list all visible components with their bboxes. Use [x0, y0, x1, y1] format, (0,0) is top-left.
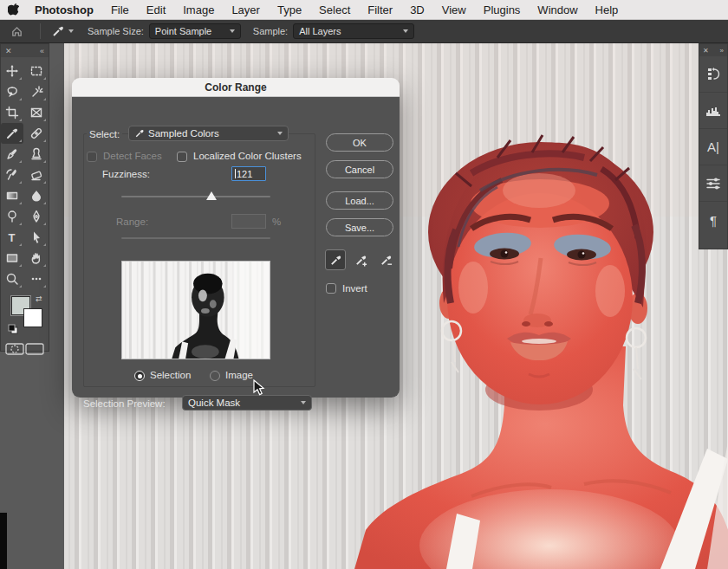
background-color-swatch[interactable]	[23, 308, 42, 327]
rectangle-tool[interactable]	[1, 248, 23, 268]
add-to-sample-eyedropper-button[interactable]	[350, 249, 371, 270]
localized-color-clusters-label: Localized Color Clusters	[193, 151, 302, 161]
save-button[interactable]: Save...	[326, 218, 393, 236]
dialog-title-bar[interactable]: Color Range	[72, 78, 400, 97]
menu-layer[interactable]: Layer	[223, 0, 269, 20]
color-swatches: ⇄	[1, 294, 49, 339]
quick-mask-mode-button[interactable]	[5, 343, 24, 359]
fuzziness-input[interactable]: 121	[231, 166, 266, 181]
menu-file[interactable]: File	[102, 0, 138, 20]
properties-panel-icon[interactable]	[699, 165, 727, 202]
subtract-from-sample-eyedropper-button[interactable]	[375, 249, 396, 270]
eraser-tool[interactable]	[25, 165, 48, 185]
hand-tool[interactable]	[25, 248, 48, 268]
chevron-down-icon	[403, 29, 408, 33]
character-panel-icon[interactable]: A|	[699, 129, 727, 165]
menu-plugins[interactable]: Plugins	[475, 0, 530, 20]
select-label: Select:	[87, 129, 122, 139]
fuzziness-label: Fuzziness:	[102, 169, 150, 179]
selection-preview-thumbnail[interactable]	[121, 261, 270, 359]
screen-mode-button[interactable]	[25, 343, 44, 359]
apple-menu-icon[interactable]	[0, 3, 26, 16]
range-label: Range:	[116, 217, 148, 227]
select-dropdown[interactable]: Sampled Colors	[128, 126, 289, 141]
menu-window[interactable]: Window	[529, 0, 586, 20]
sample-value: All Layers	[299, 26, 341, 36]
invert-checkbox[interactable]	[326, 283, 336, 294]
gradient-tool[interactable]	[1, 185, 23, 206]
sample-size-value: Point Sample	[155, 26, 211, 36]
menu-type[interactable]: Type	[269, 0, 310, 20]
selection-radio[interactable]	[134, 371, 145, 381]
cancel-button[interactable]: Cancel	[326, 160, 393, 178]
sample-dropdown[interactable]: All Layers	[293, 23, 414, 39]
image-radio[interactable]	[210, 371, 220, 381]
blur-tool[interactable]	[25, 185, 48, 206]
menu-edit[interactable]: Edit	[138, 0, 174, 20]
lasso-tool[interactable]	[1, 81, 23, 102]
sample-size-dropdown[interactable]: Point Sample	[149, 23, 241, 39]
chevron-down-icon	[68, 29, 74, 33]
window-edge	[0, 513, 7, 569]
close-icon[interactable]: ✕	[703, 47, 709, 55]
expand-icon[interactable]: »	[720, 47, 724, 55]
zoom-tool[interactable]	[1, 268, 23, 289]
selection-preview-dropdown[interactable]: Quick Mask	[182, 395, 312, 411]
pen-tool[interactable]	[25, 206, 48, 227]
dodge-tool[interactable]	[1, 206, 23, 227]
menu-view[interactable]: View	[433, 0, 475, 20]
frame-tool[interactable]	[25, 102, 48, 123]
tools-panel: ✕ « T ⇄	[0, 43, 49, 352]
marquee-tool[interactable]	[25, 61, 48, 81]
menu-3d[interactable]: 3D	[401, 0, 433, 20]
collapse-icon[interactable]: «	[40, 47, 44, 55]
mouse-cursor	[253, 379, 265, 397]
move-tool[interactable]	[1, 61, 23, 81]
sample-eyedropper-button[interactable]	[325, 249, 346, 270]
range-input	[231, 214, 266, 229]
color-range-dialog: Color Range Select: Sampled Colors Detec…	[72, 78, 400, 398]
collapsed-panels-dock: ✕ » A| ¶	[699, 43, 728, 249]
load-button[interactable]: Load...	[326, 191, 393, 210]
dialog-title: Color Range	[205, 81, 266, 94]
healing-brush-tool[interactable]	[25, 123, 48, 144]
fuzziness-slider-thumb[interactable]	[206, 191, 217, 200]
eyedropper-tool[interactable]	[1, 123, 23, 144]
image-radio-label: Image	[225, 370, 253, 380]
select-value: Sampled Colors	[148, 128, 219, 139]
brush-tool[interactable]	[1, 144, 23, 165]
range-slider-track	[121, 237, 270, 239]
crop-tool[interactable]	[1, 102, 23, 123]
history-panel-icon[interactable]	[699, 56, 727, 93]
clone-stamp-tool[interactable]	[25, 144, 48, 165]
default-colors-icon[interactable]	[8, 322, 18, 338]
menu-image[interactable]: Image	[174, 0, 223, 20]
menu-filter[interactable]: Filter	[359, 0, 401, 20]
chevron-down-icon	[277, 132, 283, 135]
close-icon[interactable]: ✕	[5, 47, 12, 55]
detect-faces-label: Detect Faces	[103, 151, 162, 161]
sample-size-label: Sample Size:	[88, 26, 144, 36]
ok-button[interactable]: OK	[326, 133, 393, 152]
histogram-panel-icon[interactable]	[699, 93, 727, 129]
paragraph-panel-icon[interactable]: ¶	[699, 202, 727, 238]
fuzziness-slider-track[interactable]	[121, 196, 270, 197]
menu-photoshop[interactable]: Photoshop	[26, 0, 102, 20]
type-tool[interactable]: T	[1, 227, 23, 248]
divider	[40, 23, 41, 39]
menu-select[interactable]: Select	[310, 0, 359, 20]
swap-colors-icon[interactable]: ⇄	[36, 294, 42, 303]
chevron-down-icon	[230, 29, 235, 33]
localized-color-clusters-checkbox[interactable]	[177, 152, 187, 162]
path-select-tool[interactable]	[25, 227, 48, 248]
dialog-body: Select: Sampled Colors Detect Faces Loca…	[72, 97, 400, 398]
menu-help[interactable]: Help	[587, 0, 627, 20]
invert-label: Invert	[342, 283, 367, 294]
edit-toolbar-icon[interactable]	[25, 268, 48, 289]
magic-wand-tool[interactable]	[25, 81, 48, 102]
history-brush-tool[interactable]	[1, 165, 23, 185]
selection-radio-label: Selection	[150, 370, 191, 380]
tool-preset-eyedropper[interactable]	[48, 24, 77, 38]
menu-bar: Photoshop File Edit Image Layer Type Sel…	[0, 0, 728, 20]
home-icon[interactable]	[0, 25, 33, 38]
